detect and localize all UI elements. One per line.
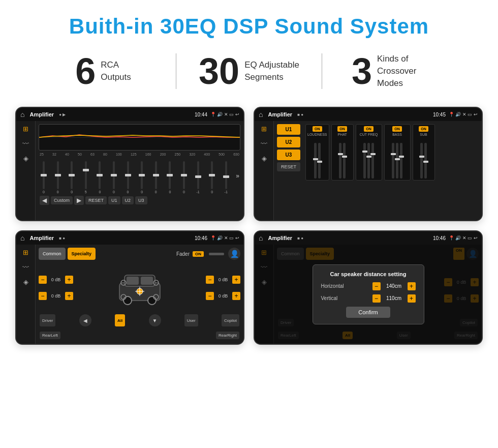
dsp-cutfreq-slider3[interactable] bbox=[371, 143, 374, 178]
dsp-loudness-on[interactable]: ON bbox=[313, 126, 322, 132]
eq-slider-11[interactable]: -1 bbox=[194, 161, 202, 194]
dsp-home-icon[interactable]: ⌂ bbox=[259, 110, 263, 118]
eq-u2-btn[interactable]: U2 bbox=[122, 196, 134, 204]
dsp-sub-slider2[interactable] bbox=[424, 143, 427, 178]
crossover-tab-row: Common Specialty Fader ON 👤 bbox=[39, 248, 240, 260]
crossover-home-icon[interactable]: ⌂ bbox=[20, 234, 24, 242]
dsp-sub-on[interactable]: ON bbox=[419, 126, 428, 132]
dsp-phat-on[interactable]: ON bbox=[337, 126, 347, 132]
vol-plus-left-bottom[interactable]: + bbox=[65, 292, 73, 300]
dsp-loudness-slider1[interactable] bbox=[314, 143, 317, 178]
vol-ctrl-right-bottom: − 0 dB + bbox=[206, 292, 240, 300]
eq-slider-5[interactable]: 0 bbox=[110, 161, 118, 194]
dsp-loudness-sliders bbox=[314, 138, 321, 178]
btn-all[interactable]: All bbox=[115, 314, 125, 326]
dsp-sidebar-icon-1[interactable]: ⊞ bbox=[261, 125, 267, 133]
eq-sidebar-icon-1[interactable]: ⊞ bbox=[23, 125, 28, 133]
vol-minus-right-bottom[interactable]: − bbox=[206, 292, 214, 300]
dsp-reset-btn[interactable]: RESET bbox=[277, 162, 300, 171]
btn-copilot[interactable]: Copilot bbox=[222, 314, 239, 326]
nav-left-icon[interactable]: ◀ bbox=[79, 314, 91, 326]
eq-reset-btn[interactable]: RESET bbox=[85, 196, 107, 204]
dsp-u2-btn[interactable]: U2 bbox=[277, 137, 300, 147]
eq-sidebar-icon-3[interactable]: ◈ bbox=[23, 155, 28, 162]
eq-slider-0[interactable]: 0 bbox=[40, 161, 48, 194]
eq-u3-btn[interactable]: U3 bbox=[135, 196, 147, 204]
horizontal-minus-btn[interactable]: − bbox=[372, 282, 381, 290]
dsp-bass-on[interactable]: ON bbox=[392, 126, 402, 132]
dsp-u3-btn[interactable]: U3 bbox=[277, 150, 300, 160]
eq-slider-9[interactable]: 0 bbox=[166, 161, 174, 194]
vol-minus-left-top[interactable]: − bbox=[39, 276, 47, 284]
dsp-sidebar-icon-2[interactable]: 〰 bbox=[261, 140, 267, 147]
dsp-sidebar-icon-3[interactable]: ◈ bbox=[262, 155, 267, 162]
nav-down-icon[interactable]: ▼ bbox=[149, 314, 161, 326]
eq-slider-3[interactable]: 5 bbox=[82, 161, 90, 194]
eq-slider-2[interactable]: 0 bbox=[68, 161, 76, 194]
eq-slider-12[interactable]: 0 bbox=[208, 161, 216, 194]
vertical-value: 110cm bbox=[383, 295, 406, 301]
vertical-plus-btn[interactable]: + bbox=[408, 294, 416, 303]
dsp-loudness-slider2[interactable] bbox=[318, 143, 321, 178]
crossover-sidebar-icon-3[interactable]: ◈ bbox=[23, 278, 28, 286]
dsp-cutfreq-on[interactable]: ON bbox=[364, 126, 374, 132]
dsp-bass-slider2[interactable] bbox=[396, 143, 398, 178]
vol-plus-right-top[interactable]: + bbox=[232, 276, 240, 284]
btn-user[interactable]: User bbox=[184, 314, 198, 326]
eq-slider-10[interactable]: 0 bbox=[180, 161, 188, 194]
eq-next-btn[interactable]: ▶ bbox=[74, 196, 84, 205]
dialog-home-icon[interactable]: ⌂ bbox=[259, 234, 263, 242]
dsp-dots: ■ ● bbox=[297, 112, 303, 117]
vol-plus-left-top[interactable]: + bbox=[65, 276, 73, 284]
dialog-horizontal-ctrl: − 140cm + bbox=[372, 282, 416, 290]
btn-driver[interactable]: Driver bbox=[40, 314, 55, 326]
vol-minus-right-top[interactable]: − bbox=[206, 276, 214, 284]
eq-expand-icon[interactable]: » bbox=[236, 172, 239, 180]
dsp-bass-slider3[interactable] bbox=[400, 143, 402, 178]
settings-icon[interactable]: 👤 bbox=[228, 248, 240, 260]
fader-on-badge[interactable]: ON bbox=[193, 251, 204, 257]
eq-slider-13[interactable]: -1 bbox=[222, 161, 230, 194]
horizontal-plus-btn[interactable]: + bbox=[408, 282, 416, 290]
eq-main-content: 25 32 40 50 63 80 100 125 160 200 250 32… bbox=[36, 121, 243, 220]
eq-slider-6[interactable]: 0 bbox=[124, 161, 132, 194]
home-icon[interactable]: ⌂ bbox=[20, 110, 24, 118]
dsp-phat-slider2[interactable] bbox=[343, 143, 346, 178]
eq-slider-4[interactable]: 0 bbox=[96, 161, 104, 194]
dialog-status-bar: ⌂ Amplifier ■ ● 10:46 📍 🔊 ✕ ▭ ↩ bbox=[255, 231, 482, 245]
dsp-u1-btn[interactable]: U1 bbox=[277, 124, 300, 135]
eq-slider-1[interactable]: 0 bbox=[54, 161, 62, 194]
dsp-sub-slider1[interactable] bbox=[420, 143, 423, 178]
tab-specialty[interactable]: Specialty bbox=[68, 248, 96, 260]
crossover-main: Common Specialty Fader ON 👤 − bbox=[36, 245, 243, 344]
vol-ctrl-right-top: − 0 dB + bbox=[206, 276, 240, 284]
dsp-channel-bass: ON BASS bbox=[384, 124, 411, 181]
car-svg bbox=[114, 267, 165, 308]
eq-slider-8[interactable]: 0 bbox=[152, 161, 160, 194]
vol-plus-right-bottom[interactable]: + bbox=[232, 292, 240, 300]
tab-common[interactable]: Common bbox=[39, 248, 66, 260]
eq-prev-btn[interactable]: ◀ bbox=[40, 196, 49, 205]
dsp-u-buttons: U1 U2 U3 RESET bbox=[277, 124, 300, 217]
eq-time: 10:44 bbox=[195, 112, 207, 117]
eq-status-icons: 📍 🔊 ✕ ▭ ↩ bbox=[210, 112, 239, 117]
eq-slider-7[interactable]: 0 bbox=[138, 161, 146, 194]
eq-sidebar-icon-2[interactable]: 〰 bbox=[22, 140, 29, 147]
crossover-sidebar-icon-2[interactable]: 〰 bbox=[22, 263, 29, 271]
crossover-sidebar-icon-1[interactable]: ⊞ bbox=[23, 249, 28, 256]
eq-u1-btn[interactable]: U1 bbox=[108, 196, 120, 204]
confirm-button[interactable]: Confirm bbox=[346, 307, 390, 318]
vertical-minus-btn[interactable]: − bbox=[372, 294, 381, 303]
stat-crossover-number: 3 bbox=[352, 53, 372, 89]
vol-minus-left-bottom[interactable]: − bbox=[39, 292, 47, 300]
dsp-cutfreq-slider1[interactable] bbox=[363, 143, 366, 178]
btn-rearleft[interactable]: RearLeft bbox=[40, 332, 60, 339]
fader-track[interactable] bbox=[209, 253, 224, 255]
dsp-bass-slider1[interactable] bbox=[392, 143, 394, 178]
dsp-phat-slider1[interactable] bbox=[339, 143, 341, 178]
eq-custom-btn[interactable]: Custom bbox=[51, 196, 73, 204]
crossover-bottom-btn-row2: RearLeft RearRight bbox=[39, 330, 240, 341]
btn-rearright[interactable]: RearRight bbox=[216, 332, 239, 339]
dsp-cutfreq-slider2[interactable] bbox=[367, 143, 370, 178]
right-vol-controls: − 0 dB + − 0 dB + bbox=[206, 276, 240, 300]
